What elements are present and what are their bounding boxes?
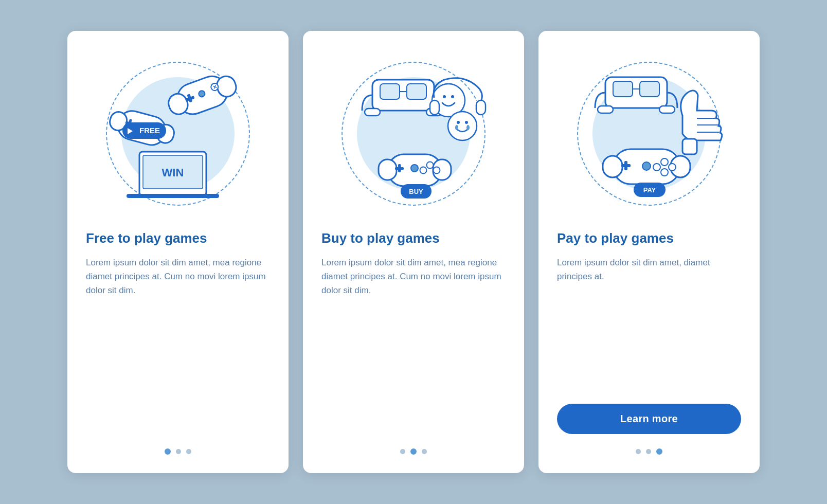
svg-rect-26 [365, 109, 380, 116]
svg-point-64 [661, 158, 668, 166]
svg-point-65 [669, 164, 676, 171]
card-free-to-play: WIN ✕ [67, 31, 289, 473]
cards-container: WIN ✕ [37, 10, 790, 494]
svg-rect-23 [380, 84, 400, 99]
svg-point-46 [411, 165, 418, 172]
svg-point-34 [455, 125, 458, 130]
svg-text:PAY: PAY [643, 186, 656, 194]
svg-point-35 [466, 125, 470, 130]
card-pay-to-play: PAY Pay to play games Lorem ipsum dolor … [538, 31, 760, 473]
svg-rect-55 [682, 139, 697, 154]
dot-2-active [410, 448, 417, 455]
pay-to-play-icon: PAY [567, 51, 731, 216]
free-to-play-icon: WIN ✕ [96, 51, 260, 216]
svg-rect-63 [621, 164, 631, 167]
svg-rect-24 [407, 84, 426, 99]
dot-2-inactive-1 [400, 449, 405, 454]
svg-point-68 [642, 162, 651, 170]
svg-text:BUY: BUY [409, 188, 423, 195]
svg-point-30 [451, 95, 454, 98]
card-buy-to-play: BUY Buy to play games Lorem ipsum dolor … [303, 31, 524, 473]
svg-rect-37 [476, 100, 486, 115]
dot-1-active [165, 448, 171, 455]
card2-dots [400, 448, 427, 455]
card3-text: Lorem ipsum dolor sit dim amet, diamet p… [557, 256, 741, 391]
svg-point-67 [661, 169, 668, 176]
buy-to-play-icon: BUY [331, 51, 496, 216]
illustration-buy-to-play: BUY [331, 51, 496, 216]
svg-text:FREE: FREE [139, 126, 160, 135]
illustration-free-to-play: WIN ✕ [96, 51, 260, 216]
dot-3-inactive-2 [646, 449, 651, 454]
svg-text:WIN: WIN [162, 166, 184, 179]
svg-rect-60 [603, 156, 622, 177]
svg-rect-54 [659, 106, 675, 113]
svg-rect-50 [613, 81, 633, 97]
svg-rect-53 [598, 106, 613, 113]
svg-point-66 [653, 164, 660, 171]
card1-text: Lorem ipsum dolor sit dim amet, mea regi… [86, 256, 270, 434]
dot-3-active [656, 448, 662, 455]
card3-dots [636, 448, 662, 455]
card2-title: Buy to play games [321, 230, 506, 246]
dot-1-inactive-1 [176, 449, 181, 454]
svg-point-33 [465, 121, 468, 124]
svg-rect-3 [127, 194, 219, 198]
dot-3-inactive-1 [636, 449, 641, 454]
svg-point-31 [448, 112, 477, 140]
svg-point-29 [443, 95, 446, 98]
svg-rect-39 [379, 159, 397, 180]
card3-title: Pay to play games [557, 230, 741, 246]
svg-rect-36 [430, 100, 439, 115]
svg-rect-51 [640, 81, 659, 97]
dot-1-inactive-2 [186, 449, 191, 454]
card2-text: Lorem ipsum dolor sit dim amet, mea regi… [321, 256, 506, 434]
svg-point-32 [457, 121, 460, 124]
illustration-pay-to-play: PAY [567, 51, 731, 216]
learn-more-button[interactable]: Learn more [557, 404, 741, 434]
card1-dots [165, 448, 191, 455]
svg-point-45 [420, 167, 427, 174]
dot-2-inactive-2 [422, 449, 427, 454]
card1-title: Free to play games [86, 230, 270, 246]
svg-rect-42 [395, 167, 404, 170]
svg-point-44 [434, 167, 440, 174]
svg-point-43 [427, 162, 434, 169]
